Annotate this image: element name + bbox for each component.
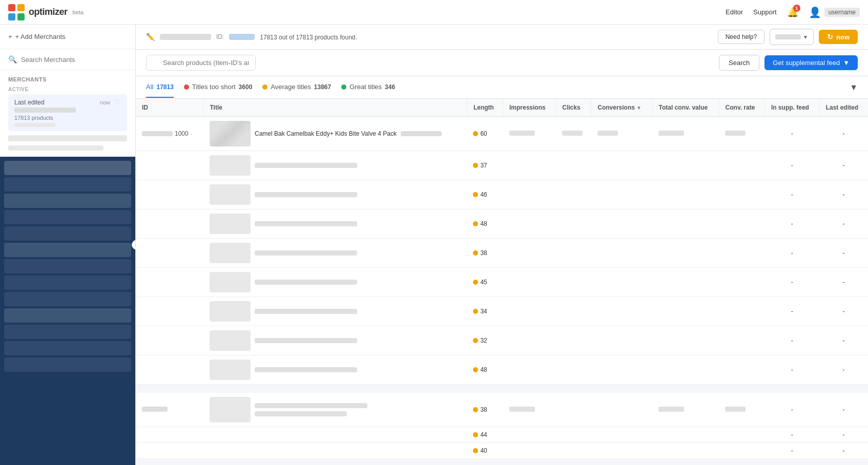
- tab-all[interactable]: All 17813: [146, 77, 174, 98]
- sidebar-dark-item[interactable]: [4, 325, 131, 339]
- user-area[interactable]: 👤 username: [809, 6, 860, 18]
- sidebar-dark-item[interactable]: [4, 243, 131, 257]
- edit-icon[interactable]: ✏️: [146, 33, 155, 41]
- table-row[interactable]: 48 - -: [136, 209, 868, 239]
- topnav-right: Editor Support 🔔 1 👤 username: [726, 6, 860, 18]
- product-conversions-cell: [591, 443, 652, 459]
- supplemental-feed-button[interactable]: Get supplemental feed ▼: [764, 55, 858, 70]
- table-row[interactable]: 46 - -: [136, 180, 868, 209]
- product-supp-feed-cell: -: [764, 268, 819, 297]
- sync-label: now: [836, 33, 850, 41]
- length-value: 44: [480, 431, 487, 438]
- product-supp-feed-cell: -: [764, 427, 819, 443]
- length-indicator: [473, 250, 478, 256]
- table-row[interactable]: 37 - -: [136, 151, 868, 180]
- product-impressions-cell: [503, 297, 556, 326]
- need-help-button[interactable]: Need help?: [718, 30, 764, 44]
- product-total-conv-cell: [652, 443, 719, 459]
- product-clicks-cell: [556, 355, 591, 385]
- product-conv-rate-cell: [719, 180, 764, 209]
- table-row[interactable]: 40 - -: [136, 443, 868, 459]
- product-conv-rate-cell: [719, 355, 764, 385]
- sort-arrow-icon[interactable]: ▼: [636, 105, 642, 111]
- th-total-conv-value: Total conv. value: [652, 99, 719, 117]
- product-total-conv-cell: [652, 239, 719, 268]
- length-value: 32: [480, 337, 487, 344]
- th-impressions: Impressions: [503, 99, 556, 117]
- sidebar-dark-item[interactable]: [4, 292, 131, 306]
- product-last-edited-cell: -: [819, 209, 868, 239]
- product-length-cell: 46: [467, 180, 503, 209]
- table-row[interactable]: 45 - -: [136, 268, 868, 297]
- support-link[interactable]: Support: [753, 8, 777, 16]
- sidebar-dark-section: [0, 157, 135, 465]
- product-impressions-cell: [503, 355, 556, 385]
- tab-average-titles[interactable]: Average titles 13867: [262, 77, 331, 98]
- search-button[interactable]: Search: [719, 55, 759, 71]
- search-merchants-input[interactable]: [21, 56, 127, 64]
- product-impressions-cell: [503, 239, 556, 268]
- length-value: 46: [480, 191, 487, 198]
- product-image-small: [210, 243, 251, 263]
- product-conversions-cell: [591, 355, 652, 385]
- product-conv-rate-cell: [719, 393, 764, 427]
- merchant-time: now: [100, 99, 110, 105]
- search-icon: 🔍: [8, 55, 17, 64]
- product-image-small: [210, 184, 251, 205]
- sidebar-dark-item[interactable]: [4, 341, 131, 355]
- product-last-edited-cell: -: [819, 297, 868, 326]
- product-title-cell: [203, 443, 467, 459]
- sidebar-dark-item[interactable]: [4, 210, 131, 224]
- tab-great-titles-label: Great titles: [349, 83, 382, 91]
- product-clicks-cell: [556, 117, 591, 151]
- table-row[interactable]: 44 - -: [136, 427, 868, 443]
- length-value: 38: [480, 406, 487, 413]
- main-header: ✏️ ID: 17813 out of 17813 products found…: [136, 25, 868, 50]
- schedule-select[interactable]: ▼: [770, 29, 814, 45]
- th-conversions: Conversions ▼: [591, 99, 652, 117]
- filter-button[interactable]: ▼: [850, 83, 858, 92]
- sync-now-button[interactable]: ↻ now: [819, 30, 858, 44]
- product-search-input[interactable]: [146, 55, 256, 71]
- merchant-name-bar: [14, 108, 76, 113]
- table-row[interactable]: 38 - -: [136, 393, 868, 427]
- table-row[interactable]: 1000 - Camel Bak Camelbak Eddy+ Kids Bit…: [136, 117, 868, 151]
- length-indicator: [473, 221, 478, 226]
- table-row[interactable]: 34 - -: [136, 297, 868, 326]
- sidebar-dark-item[interactable]: [4, 357, 131, 372]
- merchant-item[interactable]: Last edited now ♡ 17813 products: [8, 94, 127, 131]
- tab-great-titles[interactable]: Great titles 346: [341, 77, 395, 98]
- product-conversions-cell: [591, 151, 652, 180]
- table-row[interactable]: 48 - -: [136, 355, 868, 385]
- sidebar-dark-item[interactable]: [4, 177, 131, 192]
- sidebar-dark-item[interactable]: [4, 276, 131, 290]
- tab-titles-too-short[interactable]: Titles too short 3600: [184, 77, 252, 98]
- merchant-header-id-value: [229, 34, 255, 40]
- sidebar-dark-item[interactable]: [4, 161, 131, 175]
- add-merchants-button[interactable]: + + Add Merchants: [8, 31, 127, 43]
- sidebar-dark-item[interactable]: [4, 308, 131, 323]
- th-in-supp-feed: In supp. feed: [764, 99, 819, 117]
- table-row[interactable]: 38 - -: [136, 239, 868, 268]
- heart-icon[interactable]: ♡: [114, 98, 121, 107]
- sidebar-dark-item[interactable]: [4, 194, 131, 208]
- product-id-cell: [136, 355, 203, 385]
- table-row[interactable]: 32 - -: [136, 326, 868, 355]
- length-value: 37: [480, 162, 487, 169]
- notification-button[interactable]: 🔔 1: [787, 7, 798, 18]
- brand-beta: beta: [73, 9, 84, 15]
- product-clicks-cell: [556, 326, 591, 355]
- editor-link[interactable]: Editor: [726, 8, 743, 16]
- sidebar-dark-item[interactable]: [4, 259, 131, 273]
- product-total-conv-cell: [652, 151, 719, 180]
- product-length-cell: 40: [467, 443, 503, 459]
- sidebar-dark-item[interactable]: [4, 226, 131, 241]
- filter-tabs: All 17813 Titles too short 3600 Average …: [136, 76, 868, 99]
- chevron-down-icon: ▼: [843, 59, 850, 67]
- product-title-cell: [203, 180, 467, 209]
- length-indicator: [473, 338, 478, 343]
- product-impressions-cell: [503, 268, 556, 297]
- svg-rect-2: [8, 13, 15, 20]
- length-value: 48: [480, 220, 487, 227]
- product-image-small: [210, 272, 251, 292]
